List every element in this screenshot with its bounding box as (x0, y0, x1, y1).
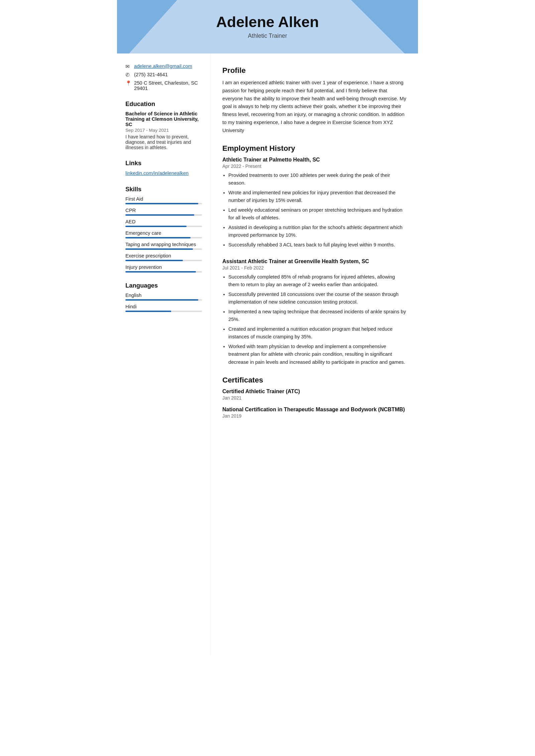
candidate-name: Adelene Alken (124, 13, 411, 30)
job-bullet: Successfully prevented 18 concussions ov… (228, 291, 406, 306)
skill-name: Emergency care (125, 230, 202, 236)
job-bullet: Created and implemented a nutrition educ… (228, 325, 406, 341)
employment-section: Employment History Athletic Trainer at P… (222, 144, 406, 366)
skill-item: Exercise prescription (125, 253, 202, 261)
contact-phone-item: ✆ (275) 321-4641 (125, 72, 202, 78)
contact-address-item: 📍 250 C Street, Charleston, SC 29401 (125, 80, 202, 91)
job-bullet: Worked with team physician to develop an… (228, 343, 406, 366)
skill-item: Injury prevention (125, 264, 202, 273)
language-name: Hindi (125, 304, 202, 309)
job-bullets: Successfully completed 85% of rehab prog… (228, 273, 406, 366)
language-item: English (125, 293, 202, 301)
job-title: Assistant Athletic Trainer at Greenville… (222, 258, 406, 264)
languages-title: Languages (125, 282, 202, 289)
skill-bar-bg (125, 214, 202, 216)
skill-bar-fill (125, 226, 187, 227)
certificates-title: Certificates (222, 376, 406, 385)
job-bullet: Wrote and implemented new policies for i… (228, 189, 406, 205)
skill-bar-fill (125, 248, 193, 250)
skill-item: First Aid (125, 196, 202, 204)
job-bullets: Provided treatments to over 100 athletes… (228, 172, 406, 249)
job-bullet: Successfully completed 85% of rehab prog… (228, 273, 406, 289)
skill-bar-fill (125, 203, 198, 204)
job-title: Athletic Trainer at Palmetto Health, SC (222, 157, 406, 163)
edu-degree: Bachelor of Science in Athletic Training… (125, 111, 202, 127)
address-text: 250 C Street, Charleston, SC 29401 (134, 80, 202, 91)
main-content: Profile I am an experienced athletic tra… (211, 53, 418, 655)
body-container: ✉ adelene.alken@gmail.com ✆ (275) 321-46… (117, 53, 418, 655)
skills-list: First Aid CPR AED Emergency care Taping … (125, 196, 202, 273)
email-link[interactable]: adelene.alken@gmail.com (134, 64, 192, 69)
languages-section: Languages English Hindi (125, 282, 202, 312)
edu-desc: I have learned how to prevent, diagnose,… (125, 134, 202, 150)
skills-section: Skills First Aid CPR AED Emergency care … (125, 186, 202, 273)
skill-name: First Aid (125, 196, 202, 202)
education-section: Education Bachelor of Science in Athleti… (125, 100, 202, 150)
job-bullet: Successfully rehabbed 3 ACL tears back t… (228, 241, 406, 249)
contact-email-item: ✉ adelene.alken@gmail.com (125, 64, 202, 69)
language-name: English (125, 293, 202, 298)
skill-name: Exercise prescription (125, 253, 202, 258)
profile-title: Profile (222, 66, 406, 75)
job-bullet: Provided treatments to over 100 athletes… (228, 172, 406, 187)
language-bar-bg (125, 299, 202, 301)
skill-bar-fill (125, 271, 196, 273)
job-date: Apr 2022 - Present (222, 164, 406, 169)
skill-item: AED (125, 219, 202, 227)
skill-bar-bg (125, 271, 202, 273)
phone-text: (275) 321-4641 (134, 72, 168, 77)
skills-title: Skills (125, 186, 202, 193)
skill-bar-bg (125, 237, 202, 238)
skill-bar-fill (125, 237, 191, 238)
cert-date: Jan 2019 (222, 413, 406, 419)
job-item: Assistant Athletic Trainer at Greenville… (222, 258, 406, 366)
skill-item: CPR (125, 208, 202, 216)
sidebar: ✉ adelene.alken@gmail.com ✆ (275) 321-46… (117, 53, 211, 655)
location-icon: 📍 (125, 80, 131, 86)
language-bar-fill (125, 311, 171, 312)
page-header: Adelene Alken Athletic Trainer (117, 0, 418, 53)
cert-name: Certified Athletic Trainer (ATC) (222, 389, 406, 395)
contact-section: ✉ adelene.alken@gmail.com ✆ (275) 321-46… (125, 64, 202, 91)
skill-bar-bg (125, 203, 202, 204)
cert-item: National Certification in Therapeutic Ma… (222, 407, 406, 419)
skill-bar-fill (125, 260, 183, 261)
job-date: Jul 2021 - Feb 2022 (222, 265, 406, 271)
profile-section: Profile I am an experienced athletic tra… (222, 66, 406, 135)
links-section: Links linkedin.com/in/adelenealken (125, 159, 202, 176)
job-bullet: Led weekly educational seminars on prope… (228, 206, 406, 222)
cert-name: National Certification in Therapeutic Ma… (222, 407, 406, 413)
skill-name: Injury prevention (125, 264, 202, 270)
cert-item: Certified Athletic Trainer (ATC) Jan 202… (222, 389, 406, 401)
skill-name: AED (125, 219, 202, 224)
profile-text: I am an experienced athletic trainer wit… (222, 79, 406, 135)
language-bar-fill (125, 299, 198, 301)
certificates-section: Certificates Certified Athletic Trainer … (222, 376, 406, 419)
skill-name: CPR (125, 208, 202, 213)
certs-list: Certified Athletic Trainer (ATC) Jan 202… (222, 389, 406, 419)
skill-bar-bg (125, 260, 202, 261)
skill-item: Taping and wrapping techniques (125, 242, 202, 250)
skill-bar-bg (125, 248, 202, 250)
candidate-title: Athletic Trainer (124, 32, 411, 39)
skill-name: Taping and wrapping techniques (125, 242, 202, 247)
skill-item: Emergency care (125, 230, 202, 238)
linkedin-link[interactable]: linkedin.com/in/adelenealken (125, 171, 189, 176)
edu-date: Sep 2017 - May 2021 (125, 128, 202, 133)
language-item: Hindi (125, 304, 202, 312)
education-title: Education (125, 100, 202, 108)
job-bullet: Assisted in developing a nutrition plan … (228, 224, 406, 239)
job-item: Athletic Trainer at Palmetto Health, SC … (222, 157, 406, 249)
email-icon: ✉ (125, 64, 131, 69)
skill-bar-fill (125, 214, 194, 216)
jobs-list: Athletic Trainer at Palmetto Health, SC … (222, 157, 406, 366)
links-title: Links (125, 159, 202, 167)
cert-date: Jan 2021 (222, 395, 406, 401)
job-bullet: Implemented a new taping technique that … (228, 308, 406, 324)
languages-list: English Hindi (125, 293, 202, 312)
language-bar-bg (125, 311, 202, 312)
skill-bar-bg (125, 226, 202, 227)
phone-icon: ✆ (125, 72, 131, 78)
employment-title: Employment History (222, 144, 406, 153)
